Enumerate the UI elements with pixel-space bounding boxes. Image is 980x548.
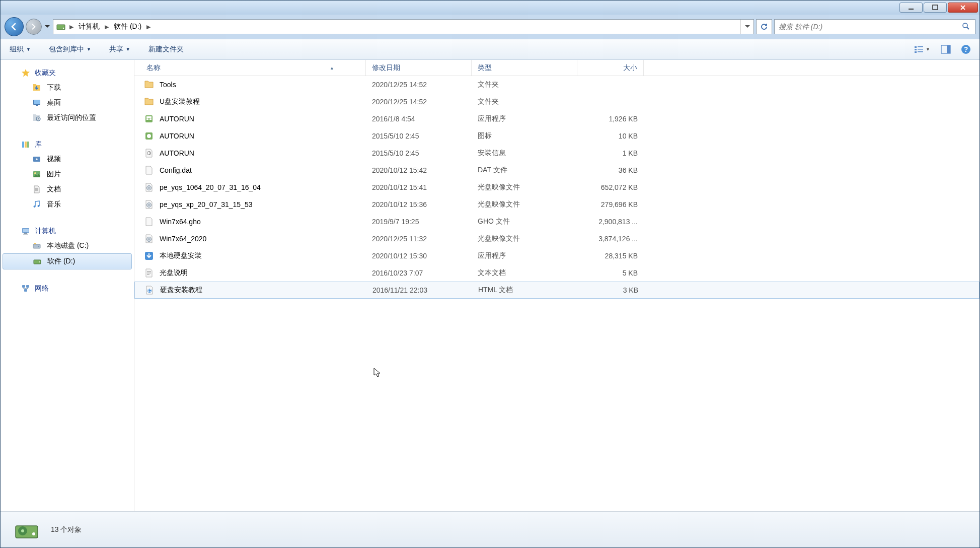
breadcrumb-computer[interactable]: 计算机 [77,20,102,34]
sidebar-music[interactable]: 音乐 [1,197,134,212]
documents-label: 文档 [47,185,61,194]
chevron-right-icon[interactable]: ▶ [143,24,154,30]
refresh-button[interactable] [756,19,772,34]
address-dropdown[interactable] [740,20,753,34]
minimize-button[interactable] [899,3,923,13]
file-size: 2,900,813 ... [577,218,644,226]
nav-history-dropdown[interactable] [44,18,51,36]
file-row[interactable]: pe_yqs_xp_20_07_31_15_532020/10/12 15:36… [134,196,979,213]
svg-point-25 [34,206,36,208]
close-button[interactable] [948,3,978,13]
svg-rect-1 [933,5,938,10]
downloads-label: 下载 [47,83,61,92]
file-row[interactable]: U盘安装教程2020/12/25 14:52文件夹 [134,93,979,110]
view-menu[interactable]: ▼ [911,44,933,54]
search-box[interactable] [774,19,975,34]
file-list[interactable]: Tools2020/12/25 14:52文件夹U盘安装教程2020/12/25… [134,76,979,511]
file-row[interactable]: AUTORUN2015/5/10 2:45安装信息1 KB [134,145,979,162]
status-count: 13 个对象 [51,525,82,534]
column-size-label: 大小 [623,63,637,73]
file-name: 硬盘安装教程 [160,286,202,295]
file-date: 2016/10/23 7:07 [366,269,472,277]
file-date: 2015/5/10 2:45 [366,149,472,157]
drive-icon [55,21,66,32]
download-icon [32,83,42,93]
dat-icon [143,165,155,176]
iso-icon [143,199,155,210]
file-date: 2020/12/25 11:32 [366,235,472,243]
sidebar-drive-d[interactable]: 软件 (D:) [3,253,132,269]
sidebar-documents[interactable]: 文档 [1,182,134,197]
sidebar-drive-c[interactable]: 本地磁盘 (C:) [1,238,134,253]
breadcrumb-drive[interactable]: 软件 (D:) [112,20,143,34]
sidebar-network-header[interactable]: 网络 [1,282,134,296]
network-label: 网络 [35,284,49,293]
organize-menu[interactable]: 组织 ▼ [7,43,34,56]
file-type: 应用程序 [472,114,577,123]
svg-rect-10 [918,51,923,52]
svg-point-4 [963,23,967,28]
file-type: 文件夹 [472,80,577,89]
newfolder-label: 新建文件夹 [148,45,184,54]
forward-button[interactable] [26,19,42,35]
svg-rect-19 [22,142,24,148]
picture-icon [32,169,42,179]
sidebar-favorites-header[interactable]: 收藏夹 [1,66,134,80]
file-row[interactable]: Win7x64.gho2019/9/7 19:25GHO 文件2,900,813… [134,213,979,230]
help-button[interactable]: ? [958,42,973,57]
sidebar-pictures[interactable]: 图片 [1,167,134,182]
file-size: 28,315 KB [577,252,644,260]
html-icon: e [144,285,155,296]
file-row[interactable]: Config.dat2020/10/12 15:42DAT 文件36 KB [134,162,979,179]
file-row[interactable]: 本地硬盘安装2020/10/12 15:30应用程序28,315 KB [134,247,979,264]
search-input[interactable] [779,23,962,31]
address-bar[interactable]: ▶ 计算机 ▶ 软件 (D:) ▶ [53,19,754,34]
file-row[interactable]: AUTORUN2015/5/10 2:45图标10 KB [134,127,979,145]
file-row[interactable]: 光盘说明2016/10/23 7:07文本文档5 KB [134,264,979,282]
libraries-label: 库 [35,140,42,149]
file-row[interactable]: e硬盘安装教程2016/11/21 22:03HTML 文档3 KB [134,282,979,299]
file-row[interactable]: Win7x64_20202020/12/25 11:32光盘映像文件3,874,… [134,230,979,247]
sidebar-downloads[interactable]: 下载 [1,80,134,95]
iso-icon [143,182,155,193]
back-button[interactable] [5,17,24,36]
chevron-right-icon[interactable]: ▶ [102,24,112,30]
file-size: 36 KB [577,166,644,174]
file-row[interactable]: AUTORUN2016/1/8 4:54应用程序1,926 KB [134,110,979,127]
sidebar-computer-header[interactable]: 计算机 [1,224,134,238]
svg-rect-40 [146,116,152,118]
file-row[interactable]: Tools2020/12/25 14:52文件夹 [134,76,979,93]
column-name[interactable]: 名称 ▲ [134,60,366,76]
column-type[interactable]: 类型 [472,60,577,76]
share-menu[interactable]: 共享 ▼ [106,43,133,56]
svg-point-44 [147,134,151,138]
svg-rect-16 [34,100,40,104]
explorer-window: ▶ 计算机 ▶ 软件 (D:) ▶ 组织 ▼ 包 [0,0,980,548]
svg-point-35 [39,261,40,262]
maximize-button[interactable] [924,3,947,13]
sidebar-videos[interactable]: 视频 [1,152,134,167]
include-library-menu[interactable]: 包含到库中 ▼ [46,43,94,56]
sidebar-desktop[interactable]: 桌面 [1,95,134,110]
txt-icon [143,267,155,279]
preview-pane-button[interactable] [938,42,953,57]
document-icon [32,184,42,194]
svg-rect-21 [27,142,29,148]
file-type: 光盘映像文件 [472,200,577,209]
app-icon [143,250,155,261]
pictures-label: 图片 [47,170,61,179]
sidebar-recent[interactable]: 最近访问的位置 [1,110,134,125]
column-size[interactable]: 大小 [577,60,644,76]
file-date: 2019/9/7 19:25 [366,218,472,226]
svg-point-58 [21,529,24,532]
favorites-label: 收藏夹 [35,68,56,78]
file-name: Win7x64_2020 [160,235,206,243]
file-row[interactable]: pe_yqs_1064_20_07_31_16_042020/10/12 15:… [134,179,979,196]
chevron-right-icon[interactable]: ▶ [66,24,77,30]
sidebar-libraries-header[interactable]: 库 [1,138,134,152]
column-date[interactable]: 修改日期 [366,60,472,76]
computer-icon [21,226,31,236]
new-folder-button[interactable]: 新建文件夹 [145,43,187,56]
sort-ascending-icon: ▲ [330,65,334,71]
library-icon [21,140,31,150]
